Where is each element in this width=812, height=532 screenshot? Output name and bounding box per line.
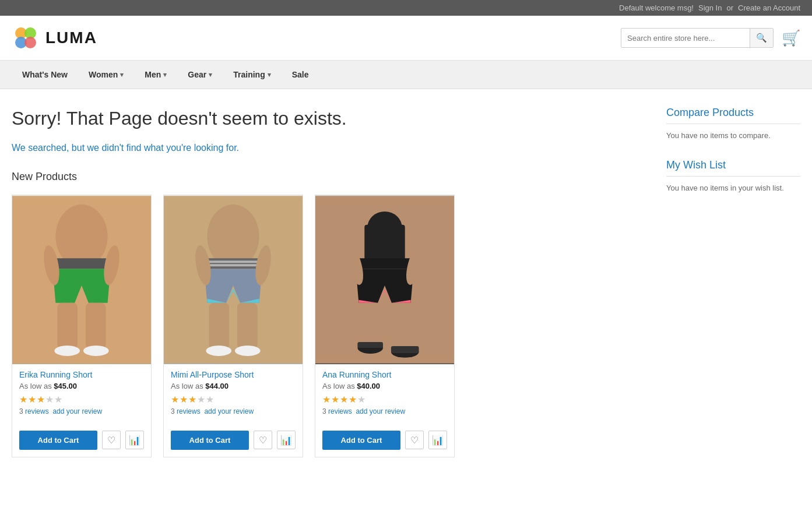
logo-text: LUMA bbox=[45, 29, 97, 47]
product-image-svg-1 bbox=[12, 195, 151, 364]
add-review-link-2[interactable]: add your review bbox=[204, 407, 254, 415]
product-stars-2: ★ ★ ★ ★ ★ bbox=[171, 394, 296, 405]
product-actions-2: Add to Cart ♡ 📊 bbox=[164, 426, 303, 457]
new-products-title: New Products bbox=[12, 171, 649, 183]
or-separator: or bbox=[726, 3, 733, 12]
main-content: Sorry! That Page doesn't seem to exists.… bbox=[12, 107, 649, 457]
error-description: We searched, but we didn't find what you… bbox=[12, 143, 649, 153]
chevron-down-icon: ▾ bbox=[120, 71, 124, 79]
error-desc-end: . bbox=[237, 143, 239, 153]
product-card: Erika Running Short As low as $45.00 ★ ★… bbox=[12, 195, 152, 457]
svg-rect-28 bbox=[360, 302, 381, 346]
svg-rect-19 bbox=[237, 302, 258, 348]
product-stars-1: ★ ★ ★ ★ ★ bbox=[19, 394, 144, 405]
product-card-2: Mimi All-Purpose Short As low as $44.00 … bbox=[163, 195, 303, 457]
cart-icon: 🛒 bbox=[782, 29, 800, 47]
svg-point-3 bbox=[24, 37, 36, 48]
add-review-link-1[interactable]: add your review bbox=[52, 407, 102, 415]
compare-button-3[interactable]: 📊 bbox=[428, 431, 447, 449]
reviews-line-1: 3 reviews add your review bbox=[19, 407, 144, 415]
star-5: ★ bbox=[206, 394, 214, 405]
star-3: ★ bbox=[340, 394, 348, 405]
nav-item-sale[interactable]: Sale bbox=[282, 61, 319, 89]
compare-empty-message: You have no items to compare. bbox=[666, 130, 800, 142]
svg-point-20 bbox=[206, 346, 231, 356]
star-2: ★ bbox=[331, 394, 339, 405]
product-actions-1: Add to Cart ♡ 📊 bbox=[12, 426, 151, 457]
svg-point-26 bbox=[367, 212, 402, 244]
svg-rect-6 bbox=[52, 258, 110, 269]
wishlist-button-2[interactable]: ♡ bbox=[254, 431, 272, 449]
star-1: ★ bbox=[171, 394, 179, 405]
logo-area: LUMA bbox=[12, 24, 97, 52]
nav-item-men[interactable]: Men ▾ bbox=[134, 61, 177, 89]
reviews-link-2[interactable]: reviews bbox=[177, 407, 201, 415]
wish-list-empty-message: You have no items in your wish list. bbox=[666, 182, 800, 194]
cart-icon-wrapper[interactable]: 🛒 bbox=[782, 29, 800, 47]
search-bar: 🔍 bbox=[621, 28, 774, 48]
chevron-down-icon: ▾ bbox=[209, 71, 212, 79]
star-3: ★ bbox=[188, 394, 196, 405]
product-price-1: As low as $45.00 bbox=[19, 382, 144, 390]
product-actions-3: Add to Cart ♡ 📊 bbox=[315, 426, 454, 457]
nav-item-gear[interactable]: Gear ▾ bbox=[177, 61, 223, 89]
chevron-down-icon: ▾ bbox=[268, 71, 271, 79]
product-card-3: Ana Running Short As low as $40.00 ★ ★ ★… bbox=[315, 195, 455, 457]
compare-products-title: Compare Products bbox=[666, 107, 800, 124]
header: LUMA 🔍 🛒 bbox=[0, 16, 812, 61]
compare-products-section: Compare Products You have no items to co… bbox=[666, 107, 800, 142]
sidebar: Compare Products You have no items to co… bbox=[649, 107, 800, 457]
product-name-2[interactable]: Mimi All-Purpose Short bbox=[171, 370, 296, 379]
reviews-link-1[interactable]: reviews bbox=[25, 407, 49, 415]
product-name-3[interactable]: Ana Running Short bbox=[322, 370, 447, 379]
star-4: ★ bbox=[197, 394, 205, 405]
search-button[interactable]: 🔍 bbox=[750, 29, 773, 47]
wish-list-section: My Wish List You have no items in your w… bbox=[666, 159, 800, 194]
star-4: ★ bbox=[349, 394, 357, 405]
star-4: ★ bbox=[45, 394, 54, 405]
product-info-2: Mimi All-Purpose Short As low as $44.00 … bbox=[164, 364, 303, 426]
add-to-cart-button-2[interactable]: Add to Cart bbox=[171, 431, 249, 450]
star-5: ★ bbox=[54, 394, 62, 405]
wish-list-title: My Wish List bbox=[666, 159, 800, 177]
product-price-2: As low as $44.00 bbox=[171, 382, 296, 390]
svg-point-9 bbox=[54, 346, 80, 356]
add-to-cart-button-1[interactable]: Add to Cart bbox=[19, 431, 97, 450]
product-name-1[interactable]: Erika Running Short bbox=[19, 370, 144, 379]
products-grid: Erika Running Short As low as $45.00 ★ ★… bbox=[12, 195, 649, 457]
add-to-cart-button-3[interactable]: Add to Cart bbox=[322, 431, 400, 450]
svg-rect-16 bbox=[204, 260, 262, 263]
add-review-link-3[interactable]: add your review bbox=[356, 407, 405, 415]
reviews-line-2: 3 reviews add your review bbox=[171, 407, 296, 415]
svg-rect-15 bbox=[204, 258, 262, 269]
star-3: ★ bbox=[37, 394, 45, 405]
product-image-3 bbox=[315, 195, 454, 364]
svg-rect-7 bbox=[57, 302, 78, 348]
chevron-down-icon: ▾ bbox=[163, 71, 167, 79]
product-stars-3: ★ ★ ★ ★ ★ bbox=[322, 394, 447, 405]
wishlist-button-1[interactable]: ♡ bbox=[102, 431, 121, 449]
compare-button-2[interactable]: 📊 bbox=[277, 431, 296, 449]
compare-button-1[interactable]: 📊 bbox=[125, 431, 144, 449]
search-input[interactable] bbox=[621, 34, 750, 43]
sign-in-link[interactable]: Sign In bbox=[698, 3, 722, 12]
star-1: ★ bbox=[322, 394, 331, 405]
svg-point-10 bbox=[83, 346, 109, 356]
reviews-line-3: 3 reviews add your review bbox=[322, 407, 447, 415]
reviews-link-3[interactable]: reviews bbox=[328, 407, 352, 415]
svg-point-21 bbox=[235, 346, 261, 356]
create-account-link[interactable]: Create an Account bbox=[738, 3, 800, 12]
nav-item-women[interactable]: Women ▾ bbox=[78, 61, 134, 89]
product-image-1 bbox=[12, 195, 151, 364]
welcome-message: Default welcome msg! bbox=[619, 3, 694, 12]
star-2: ★ bbox=[28, 394, 36, 405]
star-5: ★ bbox=[357, 394, 365, 405]
error-desc-static: We searched, but we didn't find what you… bbox=[12, 143, 194, 153]
svg-rect-29 bbox=[389, 302, 409, 346]
logo-icon bbox=[12, 24, 40, 52]
nav-item-training[interactable]: Training ▾ bbox=[223, 61, 281, 89]
product-image-svg-3 bbox=[315, 195, 454, 364]
wishlist-button-3[interactable]: ♡ bbox=[405, 431, 424, 449]
nav-item-whats-new[interactable]: What's New bbox=[12, 61, 78, 89]
error-title: Sorry! That Page doesn't seem to exists. bbox=[12, 107, 649, 131]
